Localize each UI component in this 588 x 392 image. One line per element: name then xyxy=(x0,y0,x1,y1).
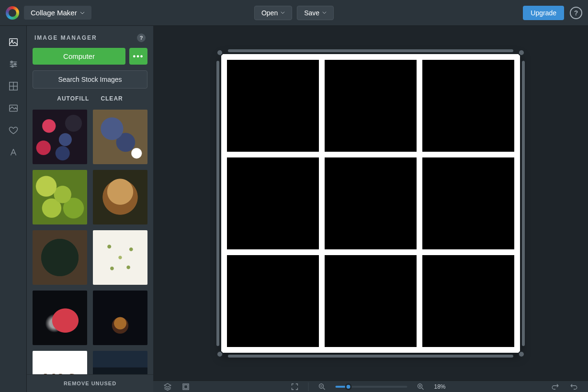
top-bar: Collage Maker Open Save Upgrade ? xyxy=(0,0,588,26)
main-row: IMAGE MANAGER ? Computer ••• Search Stoc… xyxy=(0,26,588,392)
zoom-out-icon xyxy=(318,382,327,391)
chevron-down-icon xyxy=(281,11,285,15)
fit-screen-button[interactable] xyxy=(290,382,300,392)
top-center-group: Open Save xyxy=(254,6,334,20)
panel-header: IMAGE MANAGER ? xyxy=(27,26,153,48)
layers-button[interactable] xyxy=(163,382,172,392)
zoom-percent-label: 18% xyxy=(434,383,452,390)
ruler-top[interactable] xyxy=(228,49,513,52)
svg-rect-0 xyxy=(9,39,17,46)
brand-logo[interactable] xyxy=(6,6,19,20)
chevron-down-icon xyxy=(80,11,85,15)
resize-handle-top-right[interactable] xyxy=(518,49,525,56)
thumb-burger-knife[interactable] xyxy=(93,291,147,345)
autofill-button[interactable]: AUTOFILL xyxy=(57,95,89,102)
top-right-group: Upgrade ? xyxy=(523,6,582,20)
svg-point-1 xyxy=(11,40,12,42)
cell-6-pork[interactable] xyxy=(422,157,514,249)
canvas-viewport[interactable] xyxy=(153,26,588,381)
save-label: Save xyxy=(304,9,319,17)
thumb-m-and-s-logo[interactable]: M&S xyxy=(33,351,87,374)
left-rail xyxy=(0,26,27,392)
app-selector-dropdown[interactable]: Collage Maker xyxy=(24,6,91,20)
thumbnail-grid: M&S xyxy=(33,110,147,374)
thumb-eggs-avocado-plate[interactable] xyxy=(33,230,87,285)
board-wrap xyxy=(212,45,530,362)
resize-handle-bottom-left[interactable] xyxy=(216,351,223,358)
undo-icon xyxy=(569,382,578,391)
zoom-in-button[interactable] xyxy=(416,382,426,392)
upload-computer-button[interactable]: Computer xyxy=(33,48,125,65)
redo-icon xyxy=(551,382,560,391)
help-button[interactable]: ? xyxy=(570,7,582,19)
thumb-pork-chop[interactable] xyxy=(93,170,147,224)
cell-1-burger[interactable] xyxy=(227,60,319,152)
open-label: Open xyxy=(261,9,278,17)
cell-2-strawberry[interactable] xyxy=(325,60,417,152)
app-selector-label: Collage Maker xyxy=(31,9,77,17)
resize-handle-top-left[interactable] xyxy=(216,49,223,56)
ruler-bottom[interactable] xyxy=(228,355,513,358)
upload-more-button[interactable]: ••• xyxy=(129,48,147,65)
collage-board[interactable] xyxy=(221,54,520,353)
autofill-clear-row: AUTOFILL CLEAR xyxy=(33,94,147,104)
thumb-pears[interactable] xyxy=(33,170,87,224)
dots-icon: ••• xyxy=(133,52,144,61)
rail-text[interactable] xyxy=(8,146,19,158)
zoom-slider[interactable] xyxy=(336,386,407,388)
image-manager-panel: IMAGE MANAGER ? Computer ••• Search Stoc… xyxy=(27,26,153,392)
ruler-right[interactable] xyxy=(522,61,525,346)
cell-9-burger[interactable] xyxy=(422,255,514,347)
upload-row: Computer ••• xyxy=(33,48,147,65)
thumb-berries-mixed[interactable] xyxy=(33,110,87,164)
heart-icon xyxy=(8,125,19,135)
thumb-blueberries-bowl[interactable] xyxy=(93,110,147,164)
separator xyxy=(308,382,309,391)
bb-right xyxy=(551,382,578,392)
image-icon xyxy=(8,37,19,47)
remove-unused-button[interactable]: REMOVE UNUSED xyxy=(27,374,153,392)
layers-icon xyxy=(163,382,172,391)
canvas-icon xyxy=(181,382,190,391)
undo-button[interactable] xyxy=(569,382,578,392)
resize-handle-bottom-right[interactable] xyxy=(518,351,525,358)
cell-7-blueberries[interactable] xyxy=(227,255,319,347)
rail-image-library[interactable] xyxy=(8,36,19,48)
cell-5-herbs[interactable] xyxy=(325,157,417,249)
zoom-out-button[interactable] xyxy=(317,382,327,392)
thumb-herbs-flatlay[interactable] xyxy=(93,230,147,285)
rail-favorites[interactable] xyxy=(8,124,19,136)
ruler-left[interactable] xyxy=(216,61,219,346)
upgrade-button[interactable]: Upgrade xyxy=(523,6,564,20)
cell-3-pears[interactable] xyxy=(422,60,514,152)
upgrade-label: Upgrade xyxy=(531,9,556,17)
canvas-settings-button[interactable] xyxy=(181,382,191,392)
text-icon xyxy=(8,147,19,157)
thumbnail-scroll[interactable]: M&S xyxy=(33,110,147,374)
cell-4-berries[interactable] xyxy=(227,157,319,249)
thumb-strawberry-splash[interactable] xyxy=(33,291,87,345)
redo-button[interactable] xyxy=(551,382,560,392)
bb-left xyxy=(163,382,191,392)
search-stock-label: Search Stock Images xyxy=(58,76,122,83)
zoom-slider-knob[interactable] xyxy=(345,383,352,390)
remove-unused-label: REMOVE UNUSED xyxy=(64,381,116,386)
rail-adjust[interactable] xyxy=(8,58,19,70)
panel-body: Computer ••• Search Stock Images AUTOFIL… xyxy=(27,48,153,374)
cell-8-eggs[interactable] xyxy=(325,255,417,347)
bottom-toolbar: 18% xyxy=(153,381,588,392)
zoom-in-icon xyxy=(417,382,425,391)
clear-button[interactable]: CLEAR xyxy=(101,95,123,102)
thumb-screenshot-dark[interactable] xyxy=(93,351,147,374)
rail-background[interactable] xyxy=(8,102,19,114)
sliders-icon xyxy=(8,59,19,69)
rail-layouts[interactable] xyxy=(8,80,19,92)
panel-help-button[interactable]: ? xyxy=(137,34,146,42)
zoom-slider-track[interactable] xyxy=(336,386,407,388)
search-stock-button[interactable]: Search Stock Images xyxy=(33,70,147,89)
bb-center: 18% xyxy=(290,382,452,392)
fit-icon xyxy=(291,382,299,391)
upload-computer-label: Computer xyxy=(63,52,95,60)
save-button[interactable]: Save xyxy=(297,6,334,20)
open-button[interactable]: Open xyxy=(254,6,292,20)
